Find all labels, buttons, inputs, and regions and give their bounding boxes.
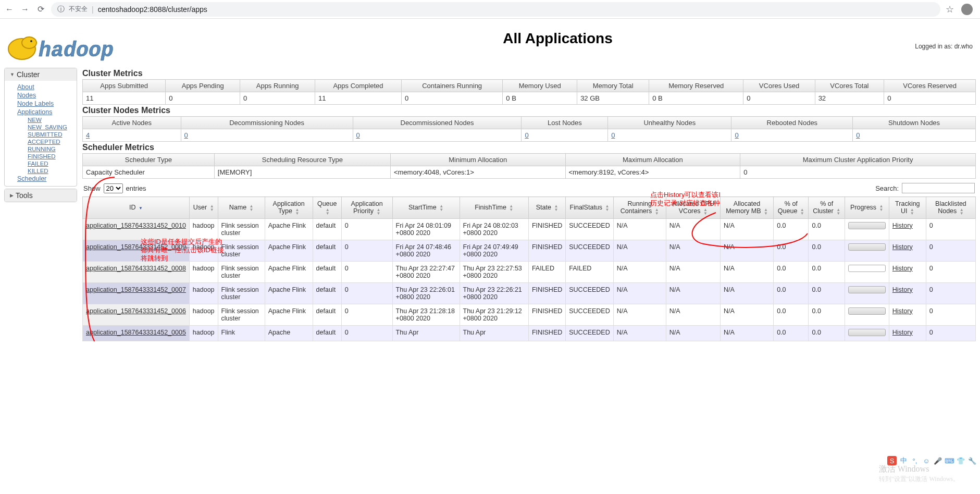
- back-button[interactable]: ←: [4, 4, 15, 15]
- cell-queue: default: [313, 282, 341, 304]
- cell-finalstatus: SUCCEEDED: [566, 282, 614, 304]
- apps-header[interactable]: Tracking UI ▲▼: [889, 197, 926, 219]
- progress-bar: [848, 222, 886, 229]
- cell-containers: N/A: [613, 218, 666, 240]
- cell-progress: [845, 325, 889, 341]
- profile-icon[interactable]: [961, 4, 973, 15]
- cell-type: Apache Flink: [265, 261, 313, 282]
- cell-priority: 0: [341, 282, 392, 304]
- cell-containers: N/A: [613, 304, 666, 325]
- apps-header[interactable]: State ▲▼: [528, 197, 565, 219]
- cell-pctqueue: 0.0: [774, 261, 809, 282]
- cell-containers: N/A: [613, 261, 666, 282]
- progress-bar: [848, 329, 886, 336]
- sidebar-link-nodes[interactable]: Nodes: [5, 91, 77, 100]
- insecure-badge: 不安全: [69, 5, 88, 14]
- bookmark-icon[interactable]: ☆: [946, 4, 954, 15]
- sidebar-link-submitted[interactable]: SUBMITTED: [5, 131, 77, 138]
- cell-finalstatus: SUCCEEDED: [566, 218, 614, 240]
- sidebar-link-accepted[interactable]: ACCEPTED: [5, 138, 77, 145]
- sidebar-link-scheduler[interactable]: Scheduler: [5, 175, 77, 183]
- tracking-link[interactable]: History: [892, 329, 913, 336]
- cell-progress: [845, 240, 889, 261]
- cell-queue: default: [313, 240, 341, 261]
- forward-button[interactable]: →: [20, 4, 30, 15]
- heading-sched-metrics: Scheduler Metrics: [82, 143, 976, 152]
- sidebar-link-newsaving[interactable]: NEW_SAVING: [5, 123, 77, 131]
- tracking-link[interactable]: History: [892, 286, 913, 293]
- cell-start: Thu Apr 23 22:26:01 +0800 2020: [392, 282, 460, 304]
- apps-header[interactable]: Running Containers ▲▼: [613, 197, 666, 219]
- cell-blacklisted: 0: [926, 325, 975, 341]
- cell-pctqueue: 0.0: [774, 304, 809, 325]
- cell-progress: [845, 282, 889, 304]
- cell-pctcluster: 0.0: [809, 304, 845, 325]
- cell-blacklisted: 0: [926, 304, 975, 325]
- sidebar-section-tools[interactable]: ▶Tools: [5, 189, 77, 202]
- cell-queue: default: [313, 304, 341, 325]
- cell-type: Apache Flink: [265, 240, 313, 261]
- apps-header[interactable]: FinalStatus ▲▼: [566, 197, 614, 219]
- cell-priority: 0: [341, 325, 392, 341]
- address-bar[interactable]: ⓘ 不安全 | centoshadoop2:8088/cluster/apps: [51, 2, 940, 17]
- cell-cpu: N/A: [666, 261, 720, 282]
- tracking-link[interactable]: History: [892, 222, 913, 229]
- reload-button[interactable]: ⟳: [35, 4, 46, 15]
- sidebar-link-failed[interactable]: FAILED: [5, 160, 77, 167]
- metrics-link[interactable]: 0: [184, 131, 188, 139]
- browser-toolbar: ← → ⟳ ⓘ 不安全 | centoshadoop2:8088/cluster…: [0, 0, 980, 19]
- search-input[interactable]: [902, 183, 975, 193]
- cell-state: FINISHED: [528, 304, 565, 325]
- cell-blacklisted: 0: [926, 261, 975, 282]
- cell-finalstatus: SUCCEEDED: [566, 304, 614, 325]
- apps-header[interactable]: Application Type ▲▼: [265, 197, 313, 219]
- hadoop-logo: hadoop: [6, 28, 126, 64]
- sidebar-link-killed[interactable]: KILLED: [5, 167, 77, 175]
- tracking-link[interactable]: History: [892, 243, 913, 251]
- tracking-link[interactable]: History: [892, 307, 913, 315]
- sidebar-link-about[interactable]: About: [5, 83, 77, 91]
- cell-priority: 0: [341, 304, 392, 325]
- sidebar-link-finished[interactable]: FINISHED: [5, 153, 77, 160]
- cell-type: Apache Flink: [265, 218, 313, 240]
- sidebar-link-nodelabels[interactable]: Node Labels: [5, 100, 77, 108]
- sidebar-link-running[interactable]: RUNNING: [5, 145, 77, 153]
- cell-finalstatus: SUCCEEDED: [566, 325, 614, 341]
- cell-priority: 0: [341, 218, 392, 240]
- progress-bar: [848, 286, 886, 293]
- metrics-link[interactable]: 0: [856, 131, 860, 139]
- cell-finish: Thu Apr: [460, 325, 528, 341]
- cell-cpu: N/A: [666, 325, 720, 341]
- apps-header[interactable]: Application Priority ▲▼: [341, 197, 392, 219]
- sidebar-link-applications[interactable]: Applications: [5, 108, 77, 116]
- cell-cpu: N/A: [666, 282, 720, 304]
- cell-priority: 0: [341, 240, 392, 261]
- page-title: All Applications: [135, 30, 980, 47]
- scheduler-metrics-table: Scheduler TypeScheduling Resource TypeMi…: [82, 153, 976, 179]
- cell-start: Fri Apr 24 07:48:46 +0800 2020: [392, 240, 460, 261]
- progress-bar: [848, 243, 886, 251]
- metrics-link[interactable]: 0: [611, 131, 615, 139]
- cell-state: FAILED: [528, 261, 565, 282]
- metrics-link[interactable]: 0: [525, 131, 528, 139]
- cell-start: Thu Apr 23 21:28:18 +0800 2020: [392, 304, 460, 325]
- cell-tracking: History: [889, 282, 926, 304]
- metrics-link[interactable]: 0: [735, 131, 738, 139]
- cell-tracking: History: [889, 261, 926, 282]
- tracking-link[interactable]: History: [892, 265, 913, 272]
- apps-header[interactable]: Blacklisted Nodes ▲▼: [926, 197, 975, 219]
- apps-header[interactable]: FinishTime ▲▼: [460, 197, 528, 219]
- cell-finish: Fri Apr 24 08:02:03 +0800 2020: [460, 218, 528, 240]
- sidebar-link-new[interactable]: NEW: [5, 116, 77, 123]
- metrics-link[interactable]: 4: [86, 131, 90, 139]
- cell-queue: default: [313, 325, 341, 341]
- sidebar-section-cluster[interactable]: ▼Cluster: [5, 68, 77, 81]
- metrics-link[interactable]: 0: [356, 131, 360, 139]
- cell-mem: N/A: [720, 282, 773, 304]
- cell-start: Thu Apr 23 22:27:47 +0800 2020: [392, 261, 460, 282]
- apps-header[interactable]: Progress ▲▼: [845, 197, 889, 219]
- cell-mem: N/A: [720, 261, 773, 282]
- apps-header[interactable]: Queue ▲▼: [313, 197, 341, 219]
- apps-header[interactable]: StartTime ▲▼: [392, 197, 460, 219]
- cell-containers: N/A: [613, 240, 666, 261]
